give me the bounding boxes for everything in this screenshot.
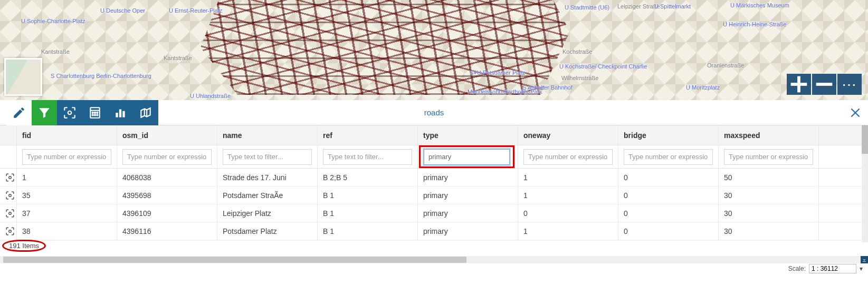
filter-oneway[interactable] [523, 149, 613, 165]
close-button[interactable] [843, 100, 868, 125]
item-count: 191 Items [2, 240, 46, 252]
col-header-name[interactable]: name [217, 125, 318, 145]
cell-type: primary [418, 204, 518, 222]
chart-button[interactable] [108, 100, 133, 125]
cell-bridge: 0 [618, 204, 719, 222]
map-more-button[interactable]: ⋯ [837, 74, 862, 95]
vertical-scrollbar[interactable] [862, 125, 868, 242]
cell-type: primary [418, 186, 518, 204]
cell-osm_id: 4395698 [117, 186, 217, 204]
svg-point-9 [92, 114, 93, 115]
table-row[interactable]: 374396109Leipziger PlatzB 1primary0030 [0, 204, 868, 222]
chevron-down-icon[interactable]: ▾ [860, 265, 863, 272]
hscroll-thumb[interactable] [3, 257, 466, 263]
map-label: U Sophie-Charlotte-Platz [21, 18, 85, 24]
vscroll-thumb[interactable] [862, 125, 868, 154]
map-label: U Uhlandstraße [190, 93, 231, 99]
filter-type-highlight [419, 145, 514, 168]
scale-label: Scale: [788, 265, 806, 272]
map-label: U Stadtmitte (U6) [565, 4, 609, 11]
col-header-osm_id[interactable]: osm_id [117, 125, 217, 145]
cell-ref: B 2;B 5 [318, 169, 418, 186]
cell-ref: B 1 [318, 204, 418, 222]
cell-ref: B 1 [318, 186, 418, 204]
zoom-to-feature-button[interactable] [5, 208, 15, 219]
overview-minimap[interactable] [4, 58, 42, 96]
cell-name: Strade des 17. Juni [217, 169, 318, 186]
download-icon[interactable] [861, 256, 868, 263]
filter-button[interactable] [32, 100, 57, 125]
map-label: U Moritzplatz [686, 84, 720, 91]
sync-map-button[interactable] [133, 100, 158, 125]
map-label: U Deutsche Oper [100, 7, 145, 14]
cell-type: primary [418, 222, 518, 240]
map-view[interactable]: U Sophie-Charlotte-PlatzU Deutsche OperU… [0, 0, 868, 100]
table-row[interactable]: 354395698Potsdamer StraÃeB 1primary1030 [0, 186, 868, 204]
cell-bridge: 0 [618, 222, 719, 240]
attribute-table-toolbar: roads [0, 100, 868, 125]
col-header-ref[interactable]: ref [318, 125, 418, 145]
map-label: U Kochstraße/ Checkpoint Charlie [559, 63, 647, 70]
map-label: U Heinrich-Heine-Straße [723, 21, 786, 27]
cell-oneway: 1 [518, 186, 618, 204]
svg-point-3 [68, 111, 72, 115]
map-label: U Spittelmarkt [654, 3, 691, 9]
col-header-type[interactable]: type [418, 125, 518, 145]
cell-osm_id: 4396109 [117, 204, 217, 222]
svg-point-22 [9, 230, 12, 232]
table-row[interactable]: 14068038Strade des 17. JuniB 2;B 5primar… [0, 169, 868, 186]
cell-maxspeed: 30 [719, 186, 819, 204]
cell-osm_id: 4396116 [117, 222, 217, 240]
svg-rect-12 [116, 113, 118, 117]
filter-osm_id[interactable] [122, 149, 212, 165]
map-label: Wilhelmstraße [561, 75, 598, 81]
cell-name: Potsdamer Platz [217, 222, 318, 240]
table-row[interactable]: 384396116Potsdamer PlatzB 1primary1030 [0, 222, 868, 240]
svg-point-8 [97, 112, 98, 113]
cell-fid: 38 [17, 222, 117, 240]
cell-maxspeed: 30 [719, 222, 819, 240]
table-filter-row [0, 145, 868, 169]
cell-maxspeed: 50 [719, 169, 819, 186]
zoom-to-feature-button[interactable] [5, 190, 15, 201]
filter-maxspeed[interactable] [724, 149, 813, 165]
filter-fid[interactable] [22, 149, 111, 165]
zoom-in-button[interactable] [787, 74, 811, 95]
col-header-bridge[interactable]: bridge [618, 125, 719, 145]
zoom-to-feature-button[interactable] [5, 225, 15, 237]
filter-bridge[interactable] [624, 149, 713, 165]
edit-mode-button[interactable] [6, 100, 32, 125]
svg-point-19 [9, 176, 12, 179]
filter-name[interactable] [223, 149, 312, 165]
svg-rect-13 [119, 110, 121, 117]
svg-point-20 [9, 194, 12, 196]
cell-name: Leipziger Platz [217, 204, 318, 222]
cell-ref: B 1 [318, 222, 418, 240]
cell-oneway: 1 [518, 222, 618, 240]
cell-fid: 1 [17, 169, 117, 186]
roads-overlay [201, 0, 570, 95]
svg-point-10 [94, 114, 96, 115]
cell-oneway: 0 [518, 204, 618, 222]
col-header-fid[interactable]: fid [17, 125, 117, 145]
zoom-to-feature-button[interactable] [5, 172, 15, 183]
table-header-row: fid osm_id name ref type oneway bridge m… [0, 125, 868, 145]
filter-type[interactable] [424, 149, 510, 165]
col-header-maxspeed[interactable]: maxspeed [719, 125, 819, 145]
map-label: Kantstraße [41, 48, 70, 55]
zoom-to-selection-button[interactable] [57, 100, 82, 125]
svg-point-7 [94, 112, 96, 113]
filter-ref[interactable] [323, 149, 412, 165]
map-label: Kochstraße [562, 48, 592, 55]
horizontal-scrollbar[interactable] [0, 256, 868, 263]
col-header-oneway[interactable]: oneway [518, 125, 618, 145]
cell-fid: 37 [17, 204, 117, 222]
cell-name: Potsdamer StraÃe [217, 186, 318, 204]
zoom-out-button[interactable] [812, 74, 836, 95]
cell-bridge: 0 [618, 186, 719, 204]
scale-select[interactable] [809, 264, 856, 273]
cell-bridge: 0 [618, 169, 719, 186]
map-label: S Charlottenburg Berlin-Charlottenburg [51, 73, 151, 79]
field-calculator-button[interactable] [82, 100, 108, 125]
map-label: Oranienstraße [707, 62, 744, 68]
